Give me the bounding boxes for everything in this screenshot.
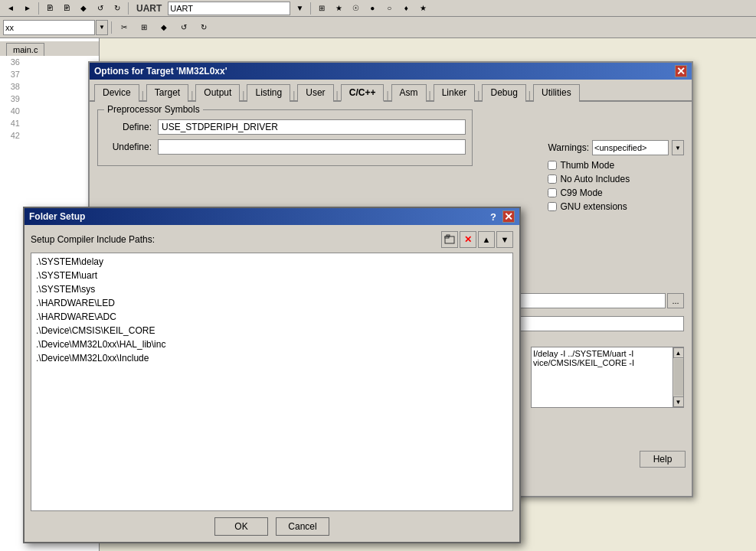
scissors-btn[interactable]: ✂ xyxy=(115,18,133,37)
tab-cpp[interactable]: C/C++ xyxy=(341,84,385,102)
tab-listing[interactable]: Listing xyxy=(247,84,290,102)
gnu-extensions-label: GNU extensions xyxy=(560,201,627,212)
scroll-up-btn[interactable]: ▲ xyxy=(673,347,684,358)
path-item-5[interactable]: .\Device\CMSIS\KEIL_CORE xyxy=(33,324,511,337)
scroll-down-btn[interactable]: ▼ xyxy=(673,396,684,407)
misc2-area: I/delay -I ../SYSTEM/uart -I vice/CMSIS/… xyxy=(531,347,684,408)
tab-debug[interactable]: Debug xyxy=(482,84,525,102)
scroll-thumb xyxy=(674,359,683,396)
main-c-tab[interactable]: main.c xyxy=(6,43,44,56)
extra-btn7[interactable]: ★ xyxy=(415,2,430,15)
misc2-scrollbar: ▲ ▼ xyxy=(673,347,683,407)
uart-combo[interactable]: UART xyxy=(168,2,290,15)
options-close-button[interactable]: ✕ xyxy=(675,65,687,77)
tab-target[interactable]: Target xyxy=(146,84,188,102)
extra-btn4[interactable]: ● xyxy=(365,2,380,15)
folder-help-btn[interactable]: ? xyxy=(487,210,499,223)
warnings-row: Warnings: <unspecified> ▼ xyxy=(548,140,684,155)
no-auto-includes-checkbox[interactable] xyxy=(548,174,557,184)
move-up-btn[interactable]: ▲ xyxy=(478,231,495,248)
options-tab-bar: Device | Target | Output | Listing | Use… xyxy=(90,80,692,102)
grid-btn2[interactable]: ◆ xyxy=(155,18,173,37)
gnu-extensions-checkbox[interactable] xyxy=(548,202,557,211)
undo-btn[interactable]: ↺ xyxy=(93,2,108,15)
file-btn2[interactable]: 🖹 xyxy=(59,2,74,15)
diamond-btn[interactable]: ◆ xyxy=(76,2,91,15)
move-up-icon: ▲ xyxy=(483,235,491,244)
uart-combo-arrow[interactable]: ▼ xyxy=(292,2,307,15)
extra-btn6[interactable]: ♦ xyxy=(398,2,414,15)
thumb-mode-checkbox[interactable] xyxy=(548,161,557,170)
code-line-42: 42 xyxy=(0,129,99,142)
thumb-mode-label: Thumb Mode xyxy=(560,160,614,171)
folder-cancel-btn[interactable]: Cancel xyxy=(276,517,329,536)
path-item-0[interactable]: .\SYSTEM\delay xyxy=(33,255,511,269)
help-button[interactable]: Help xyxy=(640,451,686,468)
target-combo-arrow[interactable]: ▼ xyxy=(96,20,108,35)
code-line-37: 37 xyxy=(0,68,99,80)
path-item-7[interactable]: .\Device\MM32L0xx\Include xyxy=(33,351,511,365)
thumb-mode-row: Thumb Mode xyxy=(548,160,684,171)
top-toolbar: ◄ ► 🖹 🖹 ◆ ↺ ↻ UART UART ▼ ⊞ ★ ☉ ● ○ ♦ ★ xyxy=(0,0,756,17)
tab-output[interactable]: Output xyxy=(195,84,240,102)
folder-title: Folder Setup xyxy=(29,211,85,222)
code-line-40: 40 xyxy=(0,105,99,117)
define-row: Define: xyxy=(104,119,466,135)
misc2-text: I/delay -I ../SYSTEM/uart -I vice/CMSIS/… xyxy=(532,347,683,407)
code-line-41: 41 xyxy=(0,117,99,129)
define-input[interactable] xyxy=(158,119,466,135)
include-browse-btn[interactable]: ... xyxy=(667,293,684,308)
extra-btn1[interactable]: ⊞ xyxy=(314,2,329,15)
sep2 xyxy=(128,2,129,15)
folder-close-btn[interactable]: ✕ xyxy=(502,210,515,223)
delete-path-btn[interactable]: ✕ xyxy=(460,231,476,248)
extra-btn3[interactable]: ☉ xyxy=(348,2,363,15)
folder-buttons: OK Cancel xyxy=(31,517,513,536)
path-item-2[interactable]: .\SYSTEM\sys xyxy=(33,282,511,296)
move-down-icon: ▼ xyxy=(501,235,509,244)
folder-header-label: Setup Compiler Include Paths: xyxy=(31,234,155,245)
arrow-btn1[interactable]: ↺ xyxy=(175,18,193,37)
warnings-combo-arrow[interactable]: ▼ xyxy=(672,140,684,155)
move-down-btn[interactable]: ▼ xyxy=(496,231,513,248)
tab-linker[interactable]: Linker xyxy=(434,84,476,102)
path-item-4[interactable]: .\HARDWARE\ADC xyxy=(33,310,511,324)
path-item-6[interactable]: .\Device\MM32L0xx\HAL_lib\inc xyxy=(33,337,511,351)
redo-btn[interactable]: ↻ xyxy=(110,2,125,15)
warnings-label: Warnings: xyxy=(548,142,589,153)
code-line-39: 39 xyxy=(0,93,99,105)
target-combo[interactable]: xx xyxy=(3,20,95,35)
extra-btn5[interactable]: ○ xyxy=(381,2,397,15)
sep3 xyxy=(310,2,311,15)
code-line-38: 38 xyxy=(0,80,99,93)
path-list[interactable]: .\SYSTEM\delay .\SYSTEM\uart .\SYSTEM\sy… xyxy=(31,253,513,511)
preproc-title: Preprocessor Symbols xyxy=(104,104,203,115)
tab-asm[interactable]: Asm xyxy=(391,84,427,102)
right-options: Warnings: <unspecified> ▼ Thumb Mode No … xyxy=(548,140,684,215)
warnings-value: <unspecified> xyxy=(594,143,647,152)
warnings-combo[interactable]: <unspecified> xyxy=(592,140,669,155)
tab-utilities[interactable]: Utilities xyxy=(533,84,580,102)
code-line-36: 36 xyxy=(0,56,99,68)
folder-titlebar: Folder Setup ? ✕ xyxy=(25,208,519,225)
tab-user[interactable]: User xyxy=(297,84,333,102)
options-titlebar: Options for Target 'MM32L0xx' ✕ xyxy=(90,63,692,80)
c99-mode-checkbox[interactable] xyxy=(548,188,557,197)
gnu-extensions-row: GNU extensions xyxy=(548,201,684,212)
back-btn[interactable]: ◄ xyxy=(3,2,18,15)
file-btn1[interactable]: 🖹 xyxy=(42,2,57,15)
sep4 xyxy=(111,21,112,34)
new-folder-btn[interactable] xyxy=(441,231,458,248)
forward-btn[interactable]: ► xyxy=(20,2,35,15)
folder-ok-btn[interactable]: OK xyxy=(214,517,268,536)
grid-btn1[interactable]: ⊞ xyxy=(135,18,153,37)
extra-btn2[interactable]: ★ xyxy=(331,2,346,15)
folder-toolbar: ✕ ▲ ▼ xyxy=(441,231,513,248)
sep1 xyxy=(38,2,39,15)
tab-device[interactable]: Device xyxy=(94,84,139,102)
undefine-input[interactable] xyxy=(158,139,466,155)
path-item-1[interactable]: .\SYSTEM\uart xyxy=(33,269,511,282)
arrow-btn2[interactable]: ↻ xyxy=(195,18,213,37)
path-item-3[interactable]: .\HARDWARE\LED xyxy=(33,296,511,310)
uart-label: UART xyxy=(132,3,166,14)
